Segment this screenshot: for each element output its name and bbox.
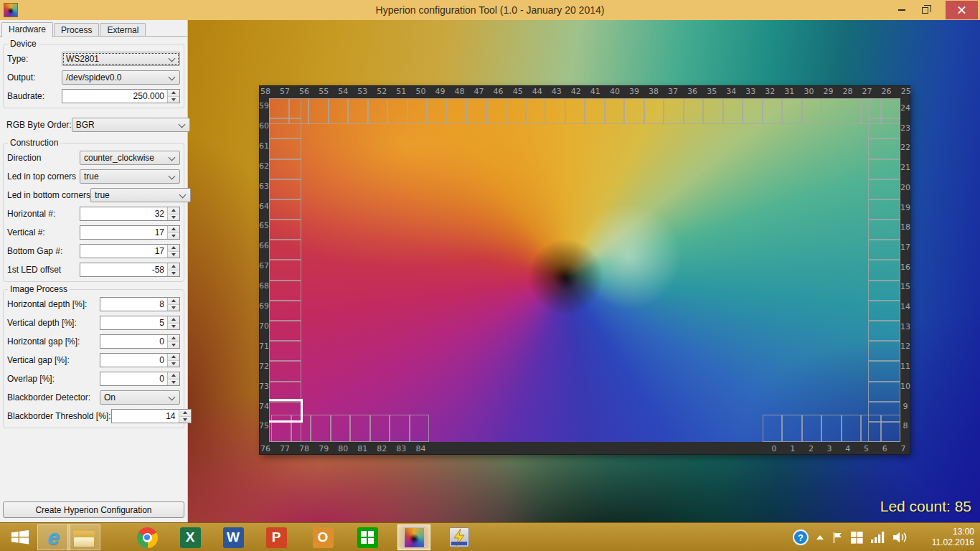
spin-up-button[interactable] xyxy=(168,90,179,96)
led-index-label: 17 xyxy=(898,242,913,252)
led-cell xyxy=(269,361,301,381)
spin-down-button[interactable] xyxy=(168,379,179,386)
spin-down-button[interactable] xyxy=(168,304,179,311)
vertical-gap-spinbox[interactable]: 0 xyxy=(100,353,180,367)
arrow-up-icon xyxy=(171,299,176,302)
direction-combo[interactable]: counter_clockwise xyxy=(80,151,180,165)
spin-up-button[interactable] xyxy=(168,335,179,342)
taskbar-app-excel[interactable]: X xyxy=(174,524,207,550)
led-cell xyxy=(308,98,329,124)
taskbar-app-chrome[interactable] xyxy=(131,524,164,550)
output-combo[interactable]: /dev/spidev0.0 xyxy=(62,70,180,85)
led-cell xyxy=(868,281,900,301)
baudrate-spinbox[interactable]: 250.000 xyxy=(62,89,180,103)
store-icon xyxy=(357,527,378,548)
led-cell xyxy=(723,98,743,124)
led-cell xyxy=(868,98,900,118)
spin-buttons xyxy=(167,263,179,276)
taskbar-app-outlook[interactable]: O xyxy=(306,524,339,550)
spin-up-button[interactable] xyxy=(168,372,179,379)
tab-process[interactable]: Process xyxy=(54,23,99,37)
spin-up-button[interactable] xyxy=(168,207,179,214)
led-cell xyxy=(868,220,900,240)
network-signal-icon[interactable] xyxy=(871,532,885,543)
spin-value: 14 xyxy=(112,410,179,423)
minimize-button[interactable] xyxy=(891,0,913,20)
led-cell xyxy=(868,179,900,199)
horizontal-depth-spinbox[interactable]: 8 xyxy=(100,297,180,311)
rgb-byte-order-combo[interactable]: BGR xyxy=(72,118,190,132)
windows-tray-icon[interactable] xyxy=(851,532,863,544)
led-index-label: 18 xyxy=(898,222,913,232)
chevron-down-icon xyxy=(178,121,185,128)
arrow-up-icon xyxy=(171,91,176,94)
led-index-label: 33 xyxy=(743,87,758,96)
spin-value: -58 xyxy=(80,263,167,276)
spin-up-button[interactable] xyxy=(179,410,191,416)
spin-up-button[interactable] xyxy=(168,316,179,323)
taskbar-app-flash-tool[interactable] xyxy=(443,524,476,550)
vertical-spinbox[interactable]: 17 xyxy=(80,225,180,240)
led-cell xyxy=(868,199,900,220)
start-button[interactable] xyxy=(4,526,36,549)
volume-speaker-icon[interactable] xyxy=(893,532,908,543)
tab-external[interactable]: External xyxy=(100,23,146,37)
spin-down-button[interactable] xyxy=(168,342,179,349)
tab-hardware[interactable]: Hardware xyxy=(1,22,53,37)
close-button[interactable] xyxy=(946,1,978,19)
spin-up-button[interactable] xyxy=(168,263,179,270)
taskbar-clock[interactable]: 13:00 11.02.2016 xyxy=(920,527,974,548)
spin-buttons xyxy=(179,410,191,423)
blackborder-detector-combo[interactable]: On xyxy=(100,390,180,405)
bottom-gap-spinbox[interactable]: 17 xyxy=(80,244,180,258)
spin-down-button[interactable] xyxy=(168,251,179,258)
field-label-horizontal-gap: Horizontal gap [%]: xyxy=(7,336,80,347)
taskbar-app-internet-explorer[interactable]: e xyxy=(37,524,70,550)
combo-value: On xyxy=(104,392,116,402)
taskbar-app-hyperion[interactable] xyxy=(397,524,430,550)
form-row-led-in-top-corners: Led in top cornerstrue xyxy=(7,167,180,186)
spin-buttons xyxy=(167,335,179,348)
type-combo[interactable]: WS2801 xyxy=(62,52,180,66)
led-index-label: 14 xyxy=(898,302,913,311)
restore-button[interactable] xyxy=(914,0,936,20)
arrow-down-icon xyxy=(171,235,176,237)
spin-down-button[interactable] xyxy=(168,96,179,103)
1st-led-offset-spinbox[interactable]: -58 xyxy=(80,263,180,277)
taskbar-app-store[interactable] xyxy=(351,524,384,550)
led-in-bottom-corners-combo[interactable]: true xyxy=(90,188,191,202)
spin-down-button[interactable] xyxy=(168,270,179,277)
led-index-label: 25 xyxy=(898,87,914,96)
led-index-label: 55 xyxy=(316,87,331,96)
show-hidden-icons-chevron-icon[interactable] xyxy=(816,535,824,540)
help-icon[interactable]: ? xyxy=(793,529,809,545)
blackborder-threshold-spinbox[interactable]: 14 xyxy=(111,409,192,423)
spin-down-button[interactable] xyxy=(168,214,179,221)
taskbar-app-word[interactable]: W xyxy=(217,524,250,550)
create-configuration-button[interactable]: Create Hyperion Configuration xyxy=(3,501,184,518)
overlap-spinbox[interactable]: 0 xyxy=(100,372,180,386)
form-row-horizontal: Horizontal #:32 xyxy=(7,204,180,223)
led-cell xyxy=(350,415,370,442)
vertical-depth-spinbox[interactable]: 5 xyxy=(100,316,180,330)
horizontal-spinbox[interactable]: 32 xyxy=(80,207,180,221)
spin-up-button[interactable] xyxy=(168,354,179,360)
group-label-construction: Construction xyxy=(8,138,60,148)
taskbar-app-file-explorer[interactable] xyxy=(67,524,100,550)
spin-down-button[interactable] xyxy=(168,232,179,240)
action-center-flag-icon[interactable] xyxy=(831,532,843,544)
led-cell xyxy=(842,415,862,442)
spin-down-button[interactable] xyxy=(179,416,191,423)
taskbar-app-powerpoint[interactable]: P xyxy=(260,524,293,550)
spin-up-button[interactable] xyxy=(168,245,179,251)
spin-down-button[interactable] xyxy=(168,323,179,330)
led-cell xyxy=(868,159,900,179)
spin-up-button[interactable] xyxy=(168,298,179,304)
horizontal-gap-spinbox[interactable]: 0 xyxy=(100,334,180,349)
led-in-top-corners-combo[interactable]: true xyxy=(80,169,180,184)
led-index-label: 47 xyxy=(471,87,487,96)
led-cell xyxy=(868,321,900,341)
spin-up-button[interactable] xyxy=(168,226,179,232)
spin-down-button[interactable] xyxy=(168,360,179,367)
led-index-label: 75 xyxy=(257,421,271,430)
